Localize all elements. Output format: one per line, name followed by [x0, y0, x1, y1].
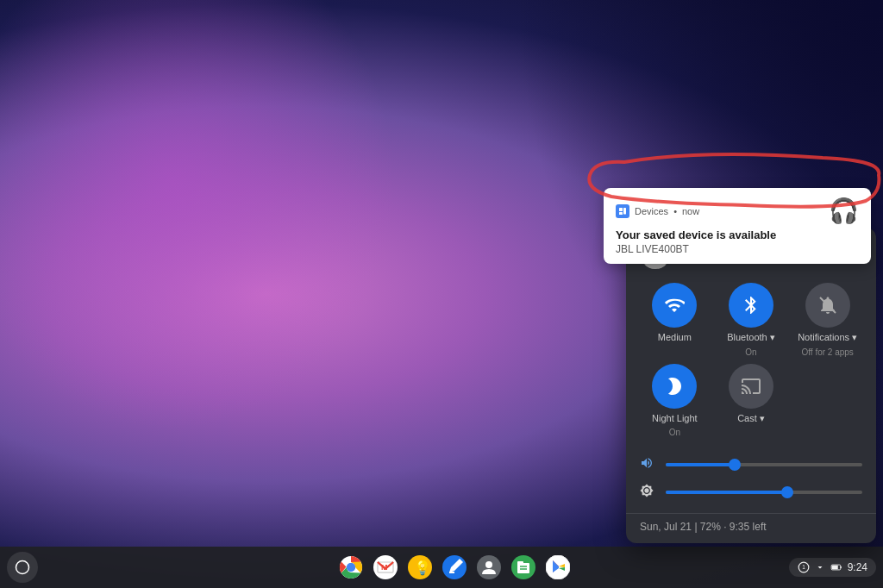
- notification-source-name: Devices: [635, 206, 668, 216]
- notifications-sub: Off for 2 apps: [801, 347, 853, 357]
- notification-card[interactable]: Devices • now 🎧 Your saved device is ava…: [604, 188, 871, 264]
- cast-label: Cast ▾: [737, 412, 765, 424]
- quick-settings-panel: Si... Medium: [626, 228, 876, 543]
- volume-slider-row: [640, 451, 862, 479]
- qs-date: Sun, Jul 21: [640, 521, 692, 533]
- network-down-icon: [815, 562, 825, 572]
- cast-toggle-button[interactable]: [729, 364, 773, 409]
- svg-rect-30: [840, 566, 841, 568]
- notification-body: JBL LIVE400BT: [616, 243, 859, 255]
- svg-text:1: 1: [802, 564, 805, 570]
- gmail-icon[interactable]: M: [370, 552, 401, 583]
- qs-sliders: [626, 444, 876, 513]
- notification-dot: •: [673, 206, 677, 216]
- notification-header: Devices • now 🎧: [616, 197, 859, 225]
- notification-source: Devices • now: [616, 204, 699, 218]
- svg-point-7: [16, 561, 29, 574]
- battery-icon: [830, 561, 842, 573]
- brightness-slider[interactable]: [666, 491, 862, 494]
- notification-device-icon: 🎧: [829, 197, 859, 225]
- qs-toggles-row1: Medium Bluetooth ▾ On Notifications ▾ Of…: [626, 276, 876, 363]
- svg-rect-29: [831, 566, 837, 570]
- svg-point-19: [485, 561, 492, 568]
- svg-rect-1: [619, 212, 623, 215]
- cast-toggle[interactable]: Cast ▾: [717, 364, 786, 437]
- bluetooth-toggle[interactable]: Bluetooth ▾ On: [717, 283, 786, 356]
- editor-icon[interactable]: [439, 552, 470, 583]
- bluetooth-toggle-button[interactable]: [729, 283, 773, 328]
- system-tray[interactable]: 1 9:24: [789, 558, 876, 577]
- files-icon[interactable]: [508, 552, 539, 583]
- wifi-toggle[interactable]: Medium: [640, 283, 710, 356]
- launcher-button[interactable]: [7, 552, 38, 583]
- bluetooth-label: Bluetooth ▾: [727, 331, 775, 343]
- wifi-label: Medium: [658, 331, 692, 343]
- qs-footer: Sun, Jul 21 | 72% · 9:35 left: [626, 513, 876, 543]
- qs-battery: 72% · 9:35 left: [700, 521, 767, 533]
- notification-time: now: [682, 206, 699, 216]
- notification-indicator-icon: 1: [798, 561, 810, 573]
- playstore-icon[interactable]: [542, 552, 573, 583]
- nightlight-toggle-button[interactable]: [652, 364, 697, 409]
- people-icon[interactable]: [473, 552, 504, 583]
- volume-icon: [640, 456, 657, 473]
- wifi-toggle-button[interactable]: [652, 283, 697, 328]
- svg-point-10: [347, 563, 355, 572]
- notifications-toggle[interactable]: Notifications ▾ Off for 2 apps: [792, 283, 862, 356]
- notifications-label: Notifications ▾: [798, 331, 857, 343]
- svg-text:M: M: [381, 563, 388, 572]
- chrome-icon[interactable]: [335, 552, 366, 583]
- volume-slider[interactable]: [666, 463, 862, 466]
- svg-rect-0: [619, 208, 623, 211]
- brightness-icon: [640, 484, 657, 501]
- nightlight-toggle[interactable]: Night Light On: [640, 364, 710, 437]
- taskbar: M 💡: [0, 547, 883, 588]
- nightlight-label: Night Light: [652, 412, 698, 424]
- brightness-slider-row: [640, 479, 862, 506]
- notification-source-icon: [616, 204, 629, 218]
- svg-rect-2: [623, 208, 626, 215]
- qs-toggles-row2: Night Light On Cast ▾: [626, 364, 876, 444]
- nightlight-sub: On: [669, 428, 680, 437]
- clock-time: 9:24: [848, 561, 867, 573]
- keep-icon[interactable]: 💡: [404, 552, 435, 583]
- notifications-toggle-button[interactable]: [805, 283, 850, 328]
- notification-title: Your saved device is available: [616, 228, 859, 241]
- svg-rect-22: [517, 561, 523, 565]
- svg-text:💡: 💡: [414, 560, 431, 576]
- bluetooth-sub: On: [745, 347, 756, 357]
